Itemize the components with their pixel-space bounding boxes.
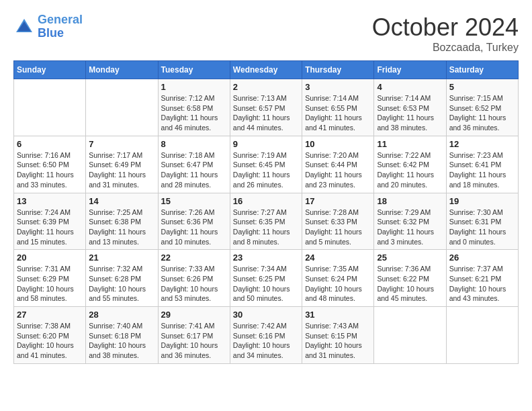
day-number: 10 — [305, 139, 371, 149]
header-wednesday: Wednesday — [230, 61, 302, 79]
calendar-cell: 2Sunrise: 7:13 AM Sunset: 6:57 PM Daylig… — [230, 79, 302, 136]
page-header: General Blue October 2024 Bozcaada, Turk… — [13, 13, 519, 54]
day-number: 9 — [233, 139, 299, 149]
calendar-cell: 13Sunrise: 7:24 AM Sunset: 6:39 PM Dayli… — [14, 193, 86, 250]
day-number: 26 — [449, 253, 515, 263]
day-info: Sunrise: 7:13 AM Sunset: 6:57 PM Dayligh… — [233, 93, 299, 133]
day-info: Sunrise: 7:23 AM Sunset: 6:41 PM Dayligh… — [449, 150, 515, 190]
day-info: Sunrise: 7:14 AM Sunset: 6:53 PM Dayligh… — [377, 93, 443, 133]
day-number: 29 — [161, 310, 227, 320]
calendar-cell — [374, 307, 446, 364]
day-number: 1 — [161, 82, 227, 92]
day-info: Sunrise: 7:24 AM Sunset: 6:39 PM Dayligh… — [17, 208, 83, 247]
calendar-cell: 26Sunrise: 7:37 AM Sunset: 6:21 PM Dayli… — [446, 250, 518, 307]
day-info: Sunrise: 7:40 AM Sunset: 6:18 PM Dayligh… — [89, 321, 154, 361]
day-info: Sunrise: 7:12 AM Sunset: 6:58 PM Dayligh… — [161, 93, 227, 133]
day-info: Sunrise: 7:25 AM Sunset: 6:38 PM Dayligh… — [89, 208, 154, 247]
day-info: Sunrise: 7:16 AM Sunset: 6:50 PM Dayligh… — [17, 150, 83, 190]
calendar-cell: 24Sunrise: 7:35 AM Sunset: 6:24 PM Dayli… — [302, 250, 374, 307]
calendar-cell: 3Sunrise: 7:14 AM Sunset: 6:55 PM Daylig… — [302, 79, 374, 136]
calendar-cell: 1Sunrise: 7:12 AM Sunset: 6:58 PM Daylig… — [158, 79, 230, 136]
day-number: 17 — [305, 196, 371, 206]
header-thursday: Thursday — [302, 61, 374, 79]
header-saturday: Saturday — [446, 61, 518, 79]
day-info: Sunrise: 7:43 AM Sunset: 6:15 PM Dayligh… — [305, 321, 371, 361]
calendar-cell: 19Sunrise: 7:30 AM Sunset: 6:31 PM Dayli… — [446, 193, 518, 250]
day-number: 19 — [449, 196, 515, 206]
day-number: 6 — [17, 139, 83, 149]
calendar-cell: 25Sunrise: 7:36 AM Sunset: 6:22 PM Dayli… — [374, 250, 446, 307]
day-info: Sunrise: 7:38 AM Sunset: 6:20 PM Dayligh… — [17, 321, 83, 361]
calendar-cell: 21Sunrise: 7:32 AM Sunset: 6:28 PM Dayli… — [86, 250, 158, 307]
day-number: 5 — [449, 82, 515, 92]
calendar-cell: 23Sunrise: 7:34 AM Sunset: 6:25 PM Dayli… — [230, 250, 302, 307]
day-number: 31 — [305, 310, 371, 320]
calendar-cell: 12Sunrise: 7:23 AM Sunset: 6:41 PM Dayli… — [446, 136, 518, 193]
day-info: Sunrise: 7:33 AM Sunset: 6:26 PM Dayligh… — [161, 264, 227, 304]
calendar-cell: 31Sunrise: 7:43 AM Sunset: 6:15 PM Dayli… — [302, 307, 374, 364]
day-info: Sunrise: 7:15 AM Sunset: 6:52 PM Dayligh… — [449, 93, 515, 133]
calendar-table: SundayMondayTuesdayWednesdayThursdayFrid… — [13, 60, 519, 364]
day-number: 2 — [233, 82, 299, 92]
day-number: 30 — [233, 310, 299, 320]
day-number: 3 — [305, 82, 371, 92]
calendar-cell: 28Sunrise: 7:40 AM Sunset: 6:18 PM Dayli… — [86, 307, 158, 364]
day-info: Sunrise: 7:34 AM Sunset: 6:25 PM Dayligh… — [233, 264, 299, 304]
calendar-cell: 14Sunrise: 7:25 AM Sunset: 6:38 PM Dayli… — [86, 193, 158, 250]
calendar-week-3: 13Sunrise: 7:24 AM Sunset: 6:39 PM Dayli… — [14, 193, 519, 250]
day-number: 15 — [161, 196, 227, 206]
day-number: 8 — [161, 139, 227, 149]
day-number: 12 — [449, 139, 515, 149]
title-block: October 2024 Bozcaada, Turkey — [372, 13, 519, 54]
header-tuesday: Tuesday — [158, 61, 230, 79]
day-number: 25 — [377, 253, 443, 263]
day-info: Sunrise: 7:22 AM Sunset: 6:42 PM Dayligh… — [377, 150, 443, 190]
day-info: Sunrise: 7:28 AM Sunset: 6:33 PM Dayligh… — [305, 208, 371, 247]
day-info: Sunrise: 7:29 AM Sunset: 6:32 PM Dayligh… — [377, 208, 443, 247]
calendar-cell: 29Sunrise: 7:41 AM Sunset: 6:17 PM Dayli… — [158, 307, 230, 364]
calendar-cell: 7Sunrise: 7:17 AM Sunset: 6:49 PM Daylig… — [86, 136, 158, 193]
day-number: 11 — [377, 139, 443, 149]
day-number: 20 — [17, 253, 83, 263]
day-info: Sunrise: 7:32 AM Sunset: 6:28 PM Dayligh… — [89, 264, 154, 304]
day-number: 14 — [89, 196, 154, 206]
calendar-cell: 11Sunrise: 7:22 AM Sunset: 6:42 PM Dayli… — [374, 136, 446, 193]
calendar-cell: 22Sunrise: 7:33 AM Sunset: 6:26 PM Dayli… — [158, 250, 230, 307]
day-info: Sunrise: 7:35 AM Sunset: 6:24 PM Dayligh… — [305, 264, 371, 304]
location-subtitle: Bozcaada, Turkey — [372, 42, 519, 54]
logo-text: General Blue — [38, 13, 83, 40]
day-number: 24 — [305, 253, 371, 263]
calendar-week-5: 27Sunrise: 7:38 AM Sunset: 6:20 PM Dayli… — [14, 307, 519, 364]
calendar-cell: 30Sunrise: 7:42 AM Sunset: 6:16 PM Dayli… — [230, 307, 302, 364]
day-number: 7 — [89, 139, 154, 149]
day-info: Sunrise: 7:27 AM Sunset: 6:35 PM Dayligh… — [233, 208, 299, 247]
day-info: Sunrise: 7:36 AM Sunset: 6:22 PM Dayligh… — [377, 264, 443, 304]
calendar-cell: 8Sunrise: 7:18 AM Sunset: 6:47 PM Daylig… — [158, 136, 230, 193]
day-info: Sunrise: 7:18 AM Sunset: 6:47 PM Dayligh… — [161, 150, 227, 190]
calendar-cell: 5Sunrise: 7:15 AM Sunset: 6:52 PM Daylig… — [446, 79, 518, 136]
day-info: Sunrise: 7:31 AM Sunset: 6:29 PM Dayligh… — [17, 264, 83, 304]
calendar-cell: 17Sunrise: 7:28 AM Sunset: 6:33 PM Dayli… — [302, 193, 374, 250]
calendar-cell: 15Sunrise: 7:26 AM Sunset: 6:36 PM Dayli… — [158, 193, 230, 250]
logo-icon — [13, 16, 35, 38]
calendar-cell — [86, 79, 158, 136]
calendar-cell: 20Sunrise: 7:31 AM Sunset: 6:29 PM Dayli… — [14, 250, 86, 307]
day-number: 21 — [89, 253, 154, 263]
day-number: 18 — [377, 196, 443, 206]
calendar-cell: 4Sunrise: 7:14 AM Sunset: 6:53 PM Daylig… — [374, 79, 446, 136]
calendar-week-1: 1Sunrise: 7:12 AM Sunset: 6:58 PM Daylig… — [14, 79, 519, 136]
day-info: Sunrise: 7:37 AM Sunset: 6:21 PM Dayligh… — [449, 264, 515, 304]
calendar-cell — [14, 79, 86, 136]
calendar-cell: 27Sunrise: 7:38 AM Sunset: 6:20 PM Dayli… — [14, 307, 86, 364]
day-info: Sunrise: 7:41 AM Sunset: 6:17 PM Dayligh… — [161, 321, 227, 361]
month-title: October 2024 — [372, 13, 519, 42]
calendar-cell: 16Sunrise: 7:27 AM Sunset: 6:35 PM Dayli… — [230, 193, 302, 250]
header-friday: Friday — [374, 61, 446, 79]
day-info: Sunrise: 7:14 AM Sunset: 6:55 PM Dayligh… — [305, 93, 371, 133]
day-number: 13 — [17, 196, 83, 206]
day-number: 16 — [233, 196, 299, 206]
day-info: Sunrise: 7:42 AM Sunset: 6:16 PM Dayligh… — [233, 321, 299, 361]
calendar-cell — [446, 307, 518, 364]
header-sunday: Sunday — [14, 61, 86, 79]
day-number: 4 — [377, 82, 443, 92]
